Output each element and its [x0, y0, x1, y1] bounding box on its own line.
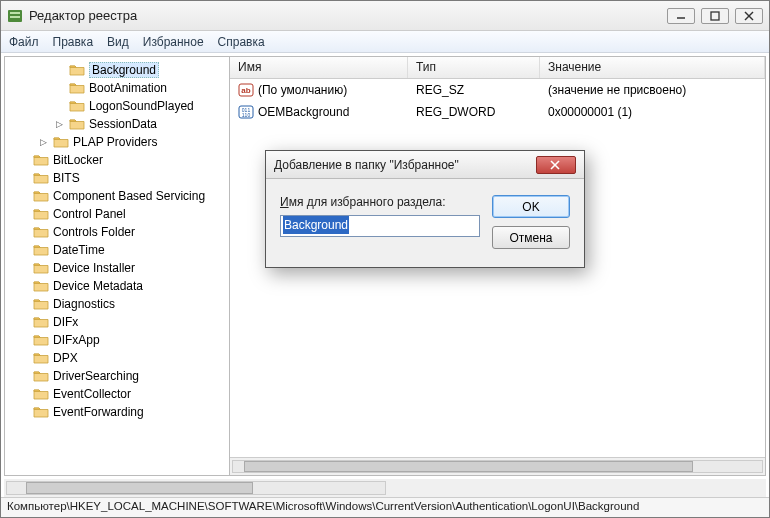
titlebar: Редактор реестра	[1, 1, 769, 31]
statusbar: Компьютер\HKEY_LOCAL_MACHINE\SOFTWARE\Mi…	[1, 497, 769, 517]
tree-item-label: BITS	[53, 171, 80, 185]
favorite-name-input[interactable]: Background	[280, 215, 480, 237]
expander-icon[interactable]	[17, 298, 29, 310]
menu-view[interactable]: Вид	[107, 35, 129, 49]
tree-item[interactable]: DriverSearching	[9, 367, 229, 385]
tree-item[interactable]: Device Metadata	[9, 277, 229, 295]
tree-item-label: BootAnimation	[89, 81, 167, 95]
value-row[interactable]: 011110OEMBackgroundREG_DWORD0x00000001 (…	[230, 101, 765, 123]
tree-item-label: EventCollector	[53, 387, 131, 401]
svg-rect-2	[10, 16, 20, 18]
expander-icon[interactable]	[53, 82, 65, 94]
value-name: OEMBackground	[258, 105, 349, 119]
tree-item[interactable]: BitLocker	[9, 151, 229, 169]
tree-item-label: PLAP Providers	[73, 135, 158, 149]
tree-item[interactable]: DIFx	[9, 313, 229, 331]
tree-item[interactable]: Background	[9, 61, 229, 79]
expander-icon[interactable]: ▷	[53, 118, 65, 130]
expander-icon[interactable]	[17, 406, 29, 418]
tree-item-label: SessionData	[89, 117, 157, 131]
tree-item-label: Background	[89, 62, 159, 78]
expander-icon[interactable]	[53, 64, 65, 76]
tree-item[interactable]: Controls Folder	[9, 223, 229, 241]
folder-icon	[33, 153, 49, 167]
column-name[interactable]: Имя	[230, 57, 408, 78]
tree-item[interactable]: Control Panel	[9, 205, 229, 223]
column-type[interactable]: Тип	[408, 57, 540, 78]
dialog-close-button[interactable]	[536, 156, 576, 174]
tree-item-label: DIFxApp	[53, 333, 100, 347]
folder-icon	[33, 405, 49, 419]
window-controls	[667, 8, 763, 24]
tree-item-label: DPX	[53, 351, 78, 365]
folder-icon	[33, 333, 49, 347]
tree-hscroll-thumb[interactable]	[26, 482, 253, 494]
tree-item[interactable]: EventCollector	[9, 385, 229, 403]
cancel-button[interactable]: Отмена	[492, 226, 570, 249]
tree-item[interactable]: BITS	[9, 169, 229, 187]
folder-icon	[33, 315, 49, 329]
folder-icon	[53, 135, 69, 149]
value-icon: ab	[238, 82, 254, 98]
dialog-titlebar: Добавление в папку "Избранное"	[266, 151, 584, 179]
folder-icon	[33, 189, 49, 203]
close-button[interactable]	[735, 8, 763, 24]
expander-icon[interactable]	[17, 208, 29, 220]
tree-item[interactable]: EventForwarding	[9, 403, 229, 421]
tree-item[interactable]: Diagnostics	[9, 295, 229, 313]
value-data: (значение не присвоено)	[540, 83, 765, 97]
tree-item[interactable]: DPX	[9, 349, 229, 367]
menu-help[interactable]: Справка	[218, 35, 265, 49]
tree-item-label: Diagnostics	[53, 297, 115, 311]
folder-icon	[33, 351, 49, 365]
expander-icon[interactable]	[17, 334, 29, 346]
expander-icon[interactable]	[17, 172, 29, 184]
tree-item-label: LogonSoundPlayed	[89, 99, 194, 113]
column-value[interactable]: Значение	[540, 57, 765, 78]
value-row[interactable]: ab(По умолчанию)REG_SZ(значение не присв…	[230, 79, 765, 101]
registry-tree[interactable]: BackgroundBootAnimationLogonSoundPlayed▷…	[5, 57, 230, 475]
tree-item[interactable]: Component Based Servicing	[9, 187, 229, 205]
tree-item[interactable]: ▷SessionData	[9, 115, 229, 133]
expander-icon[interactable]	[17, 352, 29, 364]
tree-item[interactable]: DIFxApp	[9, 331, 229, 349]
value-type: REG_SZ	[408, 83, 540, 97]
window-title: Редактор реестра	[29, 8, 667, 23]
expander-icon[interactable]	[17, 388, 29, 400]
menu-favorites[interactable]: Избранное	[143, 35, 204, 49]
tree-item[interactable]: DateTime	[9, 241, 229, 259]
expander-icon[interactable]	[17, 280, 29, 292]
expander-icon[interactable]	[17, 262, 29, 274]
folder-icon	[33, 387, 49, 401]
value-rows[interactable]: ab(По умолчанию)REG_SZ(значение не присв…	[230, 79, 765, 457]
tree-item-label: EventForwarding	[53, 405, 144, 419]
expander-icon[interactable]	[17, 316, 29, 328]
tree-item[interactable]: LogonSoundPlayed	[9, 97, 229, 115]
svg-text:ab: ab	[241, 86, 250, 95]
folder-icon	[33, 207, 49, 221]
folder-icon	[33, 297, 49, 311]
list-hscrollbar[interactable]	[230, 457, 765, 475]
tree-item[interactable]: Device Installer	[9, 259, 229, 277]
minimize-button[interactable]	[667, 8, 695, 24]
app-icon	[7, 8, 23, 24]
expander-icon[interactable]	[17, 226, 29, 238]
expander-icon[interactable]	[17, 370, 29, 382]
expander-icon[interactable]	[17, 244, 29, 256]
folder-icon	[69, 99, 85, 113]
menu-file[interactable]: Файл	[9, 35, 39, 49]
value-type: REG_DWORD	[408, 105, 540, 119]
expander-icon[interactable]	[17, 190, 29, 202]
expander-icon[interactable]	[17, 154, 29, 166]
tree-item[interactable]: ▷PLAP Providers	[9, 133, 229, 151]
folder-icon	[69, 117, 85, 131]
folder-icon	[33, 171, 49, 185]
menu-edit[interactable]: Правка	[53, 35, 94, 49]
dialog-field-label: Имя для избранного раздела:	[280, 195, 480, 209]
tree-item[interactable]: BootAnimation	[9, 79, 229, 97]
expander-icon[interactable]	[53, 100, 65, 112]
maximize-button[interactable]	[701, 8, 729, 24]
dialog-title: Добавление в папку "Избранное"	[274, 158, 536, 172]
ok-button[interactable]: OK	[492, 195, 570, 218]
expander-icon[interactable]: ▷	[37, 136, 49, 148]
